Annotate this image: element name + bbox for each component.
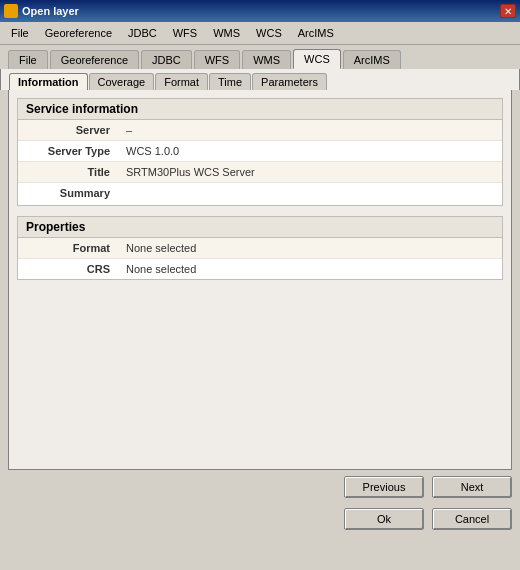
- outer-tabs: File Georeference JDBC WFS WMS WCS ArcIM…: [0, 45, 520, 69]
- service-info-header: Service information: [18, 99, 502, 120]
- tab-information[interactable]: Information: [9, 73, 88, 90]
- server-type-label: Server Type: [18, 141, 118, 161]
- ok-button[interactable]: Ok: [344, 508, 424, 530]
- table-row: CRS None selected: [18, 259, 502, 279]
- tab-georeference[interactable]: Georeference: [50, 50, 139, 69]
- title-bar-left: Open layer: [4, 4, 79, 18]
- tab-wms[interactable]: WMS: [242, 50, 291, 69]
- menu-file[interactable]: File: [4, 24, 36, 42]
- menu-wfs[interactable]: WFS: [166, 24, 204, 42]
- menu-wms[interactable]: WMS: [206, 24, 247, 42]
- format-label: Format: [18, 238, 118, 258]
- crs-label: CRS: [18, 259, 118, 279]
- action-buttons: Ok Cancel: [0, 504, 520, 538]
- table-row: Summary: [18, 183, 502, 205]
- tab-coverage[interactable]: Coverage: [89, 73, 155, 90]
- server-value: –: [118, 120, 502, 140]
- navigation-buttons: Previous Next: [0, 470, 520, 504]
- app-icon: [4, 4, 18, 18]
- tab-arcims[interactable]: ArcIMS: [343, 50, 401, 69]
- service-info-section: Service information Server – Server Type…: [17, 98, 503, 206]
- table-row: Server –: [18, 120, 502, 141]
- inner-tabs: Information Coverage Format Time Paramet…: [0, 69, 520, 90]
- server-label: Server: [18, 120, 118, 140]
- title-bar: Open layer ✕: [0, 0, 520, 22]
- title-label: Title: [18, 162, 118, 182]
- table-row: Format None selected: [18, 238, 502, 259]
- format-value: None selected: [118, 238, 502, 258]
- tab-wcs[interactable]: WCS: [293, 49, 341, 69]
- tab-file[interactable]: File: [8, 50, 48, 69]
- service-info-body: Server – Server Type WCS 1.0.0 Title SRT…: [18, 120, 502, 205]
- title-bar-title: Open layer: [22, 5, 79, 17]
- properties-body: Format None selected CRS None selected: [18, 238, 502, 279]
- crs-value: None selected: [118, 259, 502, 279]
- summary-label: Summary: [18, 183, 118, 205]
- tab-wfs[interactable]: WFS: [194, 50, 240, 69]
- menu-wcs[interactable]: WCS: [249, 24, 289, 42]
- main-content: Service information Server – Server Type…: [8, 90, 512, 470]
- menu-bar: File Georeference JDBC WFS WMS WCS ArcIM…: [0, 22, 520, 45]
- summary-value: [118, 183, 502, 205]
- menu-arcims[interactable]: ArcIMS: [291, 24, 341, 42]
- close-button[interactable]: ✕: [500, 4, 516, 18]
- title-value: SRTM30Plus WCS Server: [118, 162, 502, 182]
- properties-header: Properties: [18, 217, 502, 238]
- properties-section: Properties Format None selected CRS None…: [17, 216, 503, 280]
- next-button[interactable]: Next: [432, 476, 512, 498]
- svg-rect-0: [6, 6, 16, 16]
- server-type-value: WCS 1.0.0: [118, 141, 502, 161]
- tab-jdbc[interactable]: JDBC: [141, 50, 192, 69]
- tab-format[interactable]: Format: [155, 73, 208, 90]
- table-row: Title SRTM30Plus WCS Server: [18, 162, 502, 183]
- tab-parameters[interactable]: Parameters: [252, 73, 327, 90]
- cancel-button[interactable]: Cancel: [432, 508, 512, 530]
- table-row: Server Type WCS 1.0.0: [18, 141, 502, 162]
- tab-time[interactable]: Time: [209, 73, 251, 90]
- menu-georeference[interactable]: Georeference: [38, 24, 119, 42]
- previous-button[interactable]: Previous: [344, 476, 424, 498]
- menu-jdbc[interactable]: JDBC: [121, 24, 164, 42]
